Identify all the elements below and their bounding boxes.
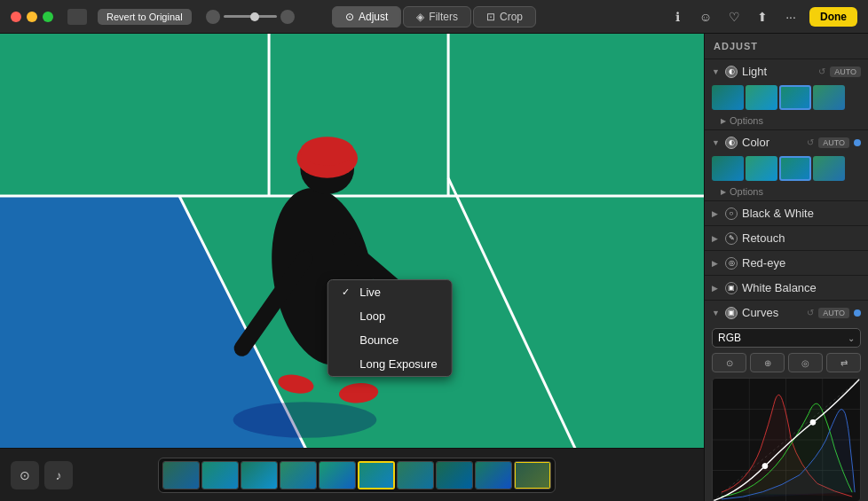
film-thumb-7[interactable]: [397, 461, 434, 489]
dropdown-item-loop[interactable]: Loop: [327, 304, 451, 328]
adjust-header-color[interactable]: ▼ ◐ Color ↺ AUTO: [705, 130, 868, 154]
traffic-lights: [11, 12, 53, 22]
curve-tool-eyedrop-light[interactable]: ◎: [788, 353, 823, 372]
active-dot-curves: [854, 309, 861, 317]
window-icon: [67, 9, 87, 25]
toggle-wb[interactable]: ▣: [725, 282, 738, 294]
light-thumb-2[interactable]: [746, 85, 777, 110]
adjust-header-wb[interactable]: ▶ ▣ White Balance: [705, 276, 868, 300]
adjust-item-color: ▼ ◐ Color ↺ AUTO ▶ Options: [705, 130, 868, 201]
adjust-item-retouch: ▶ ✎ Retouch: [705, 226, 868, 251]
more-icon[interactable]: ···: [781, 7, 801, 27]
toggle-retouch[interactable]: ✎: [725, 232, 738, 245]
color-thumb-2[interactable]: [746, 156, 777, 181]
toggle-bw[interactable]: ○: [725, 207, 738, 220]
film-thumb-9[interactable]: [475, 461, 512, 489]
film-thumb-10[interactable]: [514, 461, 551, 489]
color-thumbstrip: [705, 154, 868, 184]
film-thumb-3[interactable]: [241, 461, 278, 489]
tab-crop[interactable]: ⊡ Crop: [473, 6, 536, 27]
options-light[interactable]: ▶ Options: [705, 114, 868, 129]
label-retouch: Retouch: [742, 231, 861, 245]
adjust-header-redeye[interactable]: ▶ ◎ Red-eye: [705, 251, 868, 275]
adjust-header-curves[interactable]: ▼ ▣ Curves ↺ AUTO: [705, 301, 868, 325]
minimize-button[interactable]: [27, 12, 37, 22]
tab-adjust[interactable]: ⊙ Adjust: [332, 6, 401, 27]
adjust-header-light[interactable]: ▼ ◐ Light ↺ AUTO: [705, 59, 868, 83]
toggle-curves[interactable]: ▣: [725, 307, 738, 319]
playback-dropdown: ✓ Live Loop Bounce Long Exposure: [327, 279, 452, 377]
right-panel: ADJUST ▼ ◐ Light ↺ AUTO ▶ Options: [704, 34, 868, 501]
close-button[interactable]: [11, 12, 21, 22]
undo-color[interactable]: ↺: [807, 137, 814, 147]
dropdown-item-long-exposure[interactable]: Long Exposure: [327, 352, 451, 376]
film-thumb-2[interactable]: [201, 461, 239, 489]
channel-selector[interactable]: RGB ⌄: [712, 328, 861, 348]
chevron-retouch: ▶: [712, 234, 721, 243]
auto-color[interactable]: AUTO: [818, 137, 849, 148]
check-icon: ✓: [342, 286, 352, 298]
svg-point-15: [233, 402, 377, 437]
svg-point-10: [300, 137, 354, 165]
tab-filters[interactable]: ◈ Filters: [403, 6, 471, 27]
titlebar: Revert to Original ⊙ Adjust ◈ Filters ⊡ …: [0, 0, 868, 34]
film-thumb-5[interactable]: [319, 461, 356, 489]
dropdown-item-live[interactable]: ✓ Live: [327, 280, 451, 304]
maximize-button[interactable]: [43, 12, 53, 22]
toggle-redeye[interactable]: ◎: [725, 257, 738, 270]
auto-curves[interactable]: AUTO: [818, 308, 849, 318]
undo-curves[interactable]: ↺: [807, 308, 814, 317]
audio-icon[interactable]: ♪: [44, 461, 73, 489]
curve-tool-eyedrop-dark[interactable]: ⊙: [712, 353, 746, 372]
active-dot-color: [854, 139, 861, 146]
curve-tools: ⊙ ⊕ ◎ ⇄: [705, 351, 868, 374]
adjust-header-bw[interactable]: ▶ ○ Black & White: [705, 201, 868, 225]
undo-light[interactable]: ↺: [818, 67, 825, 76]
film-thumb-8[interactable]: [436, 461, 473, 489]
film-strip[interactable]: [158, 458, 556, 493]
main-content: ✓ Live Loop Bounce Long Exposure: [0, 34, 868, 501]
svg-point-23: [810, 419, 816, 425]
zoom-thumb: [250, 12, 259, 21]
done-button[interactable]: Done: [809, 7, 857, 27]
film-thumb-1[interactable]: [162, 461, 200, 489]
zoom-in-icon: [280, 10, 295, 24]
color-thumb-4[interactable]: [813, 156, 845, 181]
curves-svg: [713, 379, 860, 501]
info-icon[interactable]: ℹ: [667, 7, 687, 27]
options-color[interactable]: ▶ Options: [705, 184, 868, 200]
bottom-strip: ⊙ ♪: [0, 448, 704, 501]
revert-button[interactable]: Revert to Original: [98, 9, 192, 25]
curves-graph[interactable]: [712, 378, 861, 501]
dropdown-item-bounce[interactable]: Bounce: [327, 328, 451, 352]
curve-tool-swap[interactable]: ⇄: [826, 353, 861, 372]
chevron-color: ▼: [712, 138, 721, 147]
channel-label: RGB: [718, 332, 741, 344]
right-icons: ℹ ☺ ♡ ⬆ ··· Done: [667, 7, 857, 27]
emoji-icon[interactable]: ☺: [696, 7, 715, 27]
curve-tool-eyedrop-mid[interactable]: ⊕: [750, 353, 785, 372]
auto-light[interactable]: AUTO: [830, 67, 861, 77]
heart-icon[interactable]: ♡: [724, 7, 744, 27]
share-icon[interactable]: ⬆: [753, 7, 772, 27]
chevron-options-light: ▶: [721, 117, 730, 125]
toggle-light[interactable]: ◐: [725, 66, 738, 78]
adjust-item-bw: ▶ ○ Black & White: [705, 201, 868, 226]
light-thumb-3[interactable]: [779, 85, 811, 110]
light-thumb-1[interactable]: [712, 85, 744, 110]
toggle-color[interactable]: ◐: [725, 137, 738, 149]
adjust-header-retouch[interactable]: ▶ ✎ Retouch: [705, 226, 868, 250]
record-icon[interactable]: ⊙: [11, 461, 39, 489]
color-thumb-3[interactable]: [779, 156, 811, 181]
label-color: Color: [742, 136, 802, 149]
color-thumb-1[interactable]: [712, 156, 744, 181]
light-thumb-4[interactable]: [813, 85, 845, 110]
adjust-item-redeye: ▶ ◎ Red-eye: [705, 251, 868, 276]
chevron-wb: ▶: [712, 284, 721, 293]
zoom-out-icon: [206, 10, 220, 24]
film-thumb-6[interactable]: [358, 461, 395, 489]
photo-svg: [0, 34, 704, 448]
zoom-slider[interactable]: [224, 15, 277, 18]
film-thumb-4[interactable]: [280, 461, 317, 489]
label-redeye: Red-eye: [742, 256, 861, 270]
